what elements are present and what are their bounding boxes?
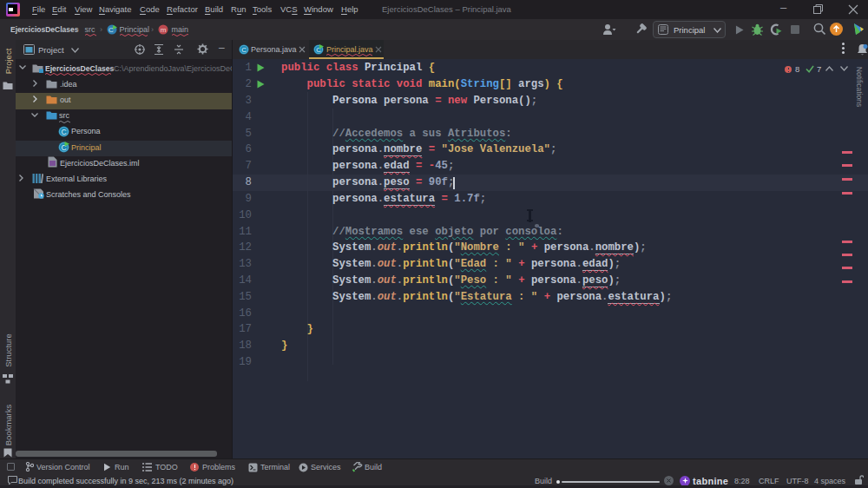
svg-text:C: C (241, 46, 247, 54)
svg-text:m: m (161, 26, 167, 34)
svg-text:C: C (61, 127, 66, 135)
